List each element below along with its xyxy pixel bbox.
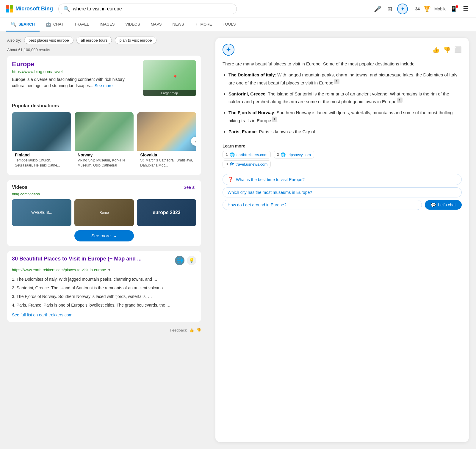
tab-chat[interactable]: 🤖 CHAT bbox=[41, 18, 68, 32]
chevron-down-icon: ⌄ bbox=[113, 233, 117, 238]
learn-more-title: Learn more bbox=[223, 144, 462, 148]
finland-subs: Temppeliaukio Church, Seurasaari, Helsin… bbox=[12, 158, 71, 170]
lets-chat-button[interactable]: 💬 Let's chat bbox=[425, 200, 462, 210]
suggestion-chip-0[interactable]: ❓ What is the best time to visit Europe? bbox=[223, 174, 462, 185]
video-thumb-2[interactable]: europe 2023 bbox=[137, 199, 196, 226]
more-icon: ⋮ bbox=[195, 22, 199, 26]
see-more-button[interactable]: See more ⌄ bbox=[74, 230, 134, 241]
tab-more-label: MORE bbox=[201, 22, 212, 26]
cite-badge-2[interactable]: 1 bbox=[272, 117, 277, 122]
link-label-1: tripsavvy.com bbox=[287, 153, 311, 157]
learn-more-link-2[interactable]: 3 🗺 travel.usnews.com bbox=[223, 160, 271, 168]
result-url-arrow: ▾ bbox=[108, 268, 110, 272]
result-url-text: https://www.earthtrekkers.com/places-to-… bbox=[12, 268, 106, 272]
tab-videos[interactable]: VIDEOS bbox=[121, 18, 145, 31]
left-column: Also try: best places visit europe all e… bbox=[0, 32, 208, 448]
link-num-2: 3 bbox=[226, 162, 228, 166]
tab-tools-label: TOOLS bbox=[223, 22, 236, 26]
tab-news[interactable]: NEWS bbox=[168, 18, 189, 31]
copilot-item-0-bold: The Dolomites of Italy bbox=[228, 72, 275, 77]
main-result-text: Europe https://www.bing.com/travel Europ… bbox=[12, 60, 138, 89]
cite-badge-0[interactable]: 1 bbox=[334, 79, 339, 84]
suggestion-chip-1[interactable]: Which city has the most museums in Europ… bbox=[223, 187, 462, 197]
link-num-1: 2 bbox=[277, 153, 279, 157]
copilot-item-2-bold: The Fjords of Norway bbox=[228, 110, 274, 115]
lets-chat-row: How do I get around in Europe? 💬 Let's c… bbox=[223, 200, 462, 210]
tab-travel-label: TRAVEL bbox=[74, 22, 89, 26]
video-text-0: WHERE IS... bbox=[30, 209, 53, 216]
thumbs-up-button[interactable]: 👍 bbox=[432, 46, 440, 53]
copilot-icon: ✦ bbox=[400, 6, 405, 12]
tab-travel[interactable]: TRAVEL bbox=[69, 18, 94, 31]
logo-text: Microsoft Bing bbox=[15, 6, 53, 12]
video-text-2: europe 2023 bbox=[151, 209, 181, 216]
also-try-chip-1[interactable]: all europe tours bbox=[76, 37, 112, 44]
tab-maps-label: MAPS bbox=[151, 22, 162, 26]
thumbs-up-icon[interactable]: 👍 bbox=[189, 328, 194, 332]
copilot-card-header: ✦ 👍 👎 ⬜ bbox=[223, 44, 462, 56]
hamburger-menu-button[interactable]: ☰ bbox=[462, 4, 470, 14]
destinations-row: Finland Temppeliaukio Church, Seurasaari… bbox=[12, 112, 196, 170]
microphone-button[interactable]: 🎤 bbox=[373, 4, 383, 14]
reward-icon: 🏆 bbox=[423, 5, 431, 12]
see-all-link[interactable]: See all bbox=[184, 185, 196, 190]
main-result-desc: Europe is a diverse and fascinating cont… bbox=[12, 76, 138, 89]
visual-search-button[interactable]: ⊞ bbox=[386, 4, 394, 14]
reward-number: 34 bbox=[415, 7, 420, 11]
copilot-header-button[interactable]: ✦ bbox=[397, 4, 408, 14]
also-try-chip-2[interactable]: plan to visit europe bbox=[115, 37, 156, 44]
destination-slovakia[interactable]: Slovakia St. Martin's Cathedral, Bratisl… bbox=[137, 112, 196, 170]
search-box[interactable]: 🔍 bbox=[58, 4, 237, 14]
tab-images[interactable]: IMAGES bbox=[95, 18, 120, 31]
main-layout: Also try: best places visit europe all e… bbox=[0, 32, 476, 448]
videos-title: Videos bbox=[12, 185, 27, 190]
tab-more[interactable]: ⋮ MORE bbox=[190, 18, 217, 31]
copy-button[interactable]: ⬜ bbox=[454, 46, 462, 53]
thumbs-down-button[interactable]: 👎 bbox=[443, 46, 451, 53]
search-input[interactable] bbox=[73, 6, 232, 12]
result-icon-idea[interactable]: 💡 bbox=[187, 256, 196, 265]
result-url[interactable]: https://www.earthtrekkers.com/places-to-… bbox=[12, 268, 196, 272]
destination-norway[interactable]: Norway Viking Ship Museum, Kon-Tiki Muse… bbox=[75, 112, 134, 170]
main-result-url[interactable]: https://www.bing.com/travel bbox=[12, 69, 138, 74]
microsoft-logo bbox=[6, 5, 13, 12]
mobile-icon-wrap: 📱 bbox=[450, 5, 458, 12]
map-overlay-text: Larger map bbox=[143, 90, 196, 96]
link-label-0: earthtrekkers.com bbox=[237, 153, 267, 157]
suggestions-section: ❓ What is the best time to visit Europe?… bbox=[223, 174, 462, 210]
lets-chat-chip[interactable]: How do I get around in Europe? bbox=[223, 200, 422, 210]
map-thumbnail[interactable]: 📍 Larger map bbox=[143, 60, 196, 96]
copilot-item-3-text: : Paris is known as the City of bbox=[256, 129, 315, 134]
main-result-see-more[interactable]: See more bbox=[95, 83, 113, 88]
result-icon-circle[interactable]: 🌐 bbox=[175, 256, 184, 265]
learn-more-row-0: 1 🌐 earthtrekkers.com 2 🌐 tripsavvy.com bbox=[223, 151, 462, 158]
norway-image bbox=[75, 112, 134, 151]
learn-more-link-1[interactable]: 2 🌐 tripsavvy.com bbox=[274, 151, 314, 158]
tab-search[interactable]: 🔍 SEARCH bbox=[6, 18, 40, 32]
copilot-item-3: Paris, France: Paris is known as the Cit… bbox=[228, 128, 462, 136]
learn-more-links: 1 🌐 earthtrekkers.com 2 🌐 tripsavvy.com bbox=[223, 151, 462, 168]
feedback-row: Feedback 👍 👎 bbox=[7, 328, 201, 332]
result-item-0: 1. The Dolomites of Italy. With jagged m… bbox=[12, 275, 196, 284]
main-result-inner: Europe https://www.bing.com/travel Europ… bbox=[12, 60, 196, 96]
feedback-label: Feedback bbox=[170, 328, 187, 332]
tab-maps[interactable]: MAPS bbox=[146, 18, 167, 31]
videos-source[interactable]: bing.com/videos bbox=[12, 192, 196, 196]
video-thumb-1[interactable]: Rome bbox=[74, 199, 134, 226]
result-title-link[interactable]: 30 Beautiful Places to Visit in Europe (… bbox=[12, 256, 171, 262]
tab-tools[interactable]: TOOLS bbox=[218, 18, 241, 31]
link-label-2: travel.usnews.com bbox=[236, 162, 268, 167]
cite-badge-1[interactable]: 1 bbox=[397, 98, 403, 103]
main-result-card: Europe https://www.bing.com/travel Europ… bbox=[7, 56, 201, 175]
thumbs-down-icon[interactable]: 👎 bbox=[196, 328, 201, 332]
learn-more-row-1: 3 🗺 travel.usnews.com bbox=[223, 160, 462, 168]
link-favicon-2: 🗺 bbox=[230, 162, 234, 167]
copilot-item-2: The Fjords of Norway: Southern Norway is… bbox=[228, 109, 462, 124]
also-try-chip-0[interactable]: best places visit europe bbox=[24, 37, 73, 44]
learn-more-link-0[interactable]: 1 🌐 earthtrekkers.com bbox=[223, 151, 271, 158]
destination-finland[interactable]: Finland Temppeliaukio Church, Seurasaari… bbox=[12, 112, 71, 170]
video-thumb-0[interactable]: WHERE IS... bbox=[12, 199, 71, 226]
see-full-link[interactable]: See full list on earthtrekkers.com bbox=[12, 313, 196, 317]
mobile-label: Mobile bbox=[434, 7, 447, 11]
copilot-item-3-bold: Paris, France bbox=[228, 129, 256, 134]
